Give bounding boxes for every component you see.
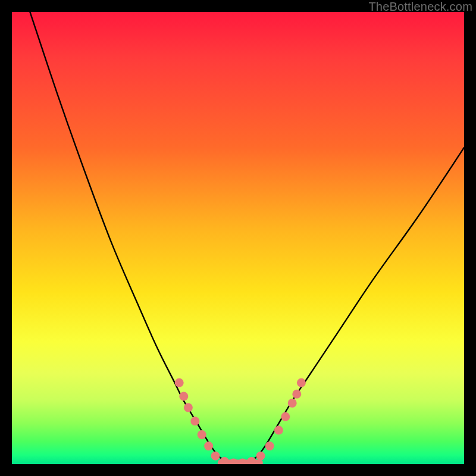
highlight-dot <box>211 452 220 461</box>
highlight-dot <box>281 412 290 421</box>
highlight-dot <box>198 430 206 439</box>
highlight-dot <box>184 403 193 412</box>
highlight-dot <box>229 459 238 464</box>
highlight-dot <box>274 426 283 435</box>
watermark-text: TheBottleneck.com <box>368 0 472 14</box>
bottleneck-curve <box>30 12 464 463</box>
highlight-dot <box>238 459 247 464</box>
highlight-dots-group <box>175 378 306 464</box>
highlight-dot <box>204 441 213 450</box>
highlight-dot <box>190 416 199 425</box>
highlight-dot <box>265 441 274 450</box>
chart-frame <box>12 12 464 464</box>
highlight-dot <box>292 390 301 399</box>
highlight-dot <box>288 399 297 408</box>
highlight-dot <box>175 378 184 387</box>
highlight-dot <box>297 378 306 387</box>
highlight-dot <box>179 392 188 401</box>
chart-svg <box>12 12 464 464</box>
highlight-dot <box>256 452 265 461</box>
